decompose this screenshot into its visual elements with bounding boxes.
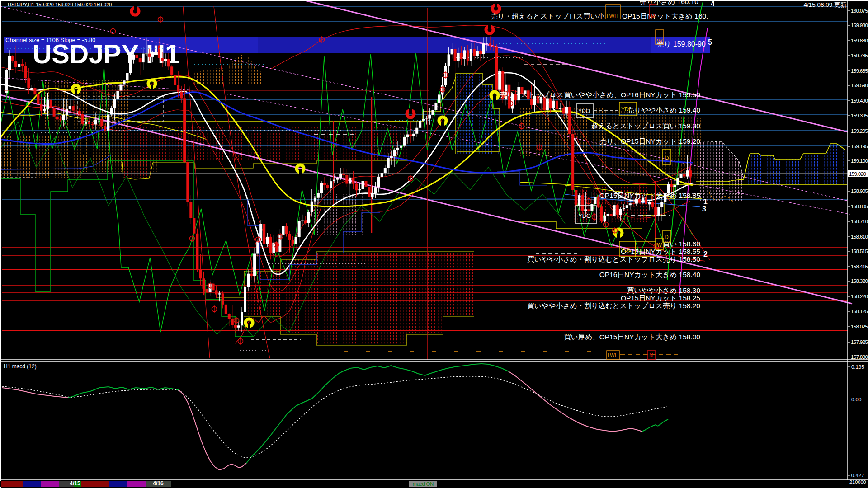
svg-text:超えるとストップロス買い 159.30: 超えるとストップロス買い 159.30 (591, 122, 701, 130)
svg-text:2: 2 (703, 250, 708, 258)
svg-text:158.125: 158.125 (851, 309, 868, 314)
svg-text:YDH: YDH (621, 106, 632, 113)
svg-text:4/16: 4/16 (153, 480, 164, 487)
svg-text:YDC: YDC (578, 212, 590, 219)
svg-text:OP16日NYカット大きめ 158.40: OP16日NYカット大きめ 158.40 (599, 271, 701, 278)
svg-text:158.220: 158.220 (851, 294, 868, 299)
svg-text:買いやや小さめ・割り込むとストップロス売り 158.20: 買いやや小さめ・割り込むとストップロス売り 158.20 (527, 302, 700, 310)
svg-text:160.075: 160.075 (851, 8, 868, 14)
svg-text:159.295: 159.295 (851, 128, 868, 134)
svg-text:macd ON: macd ON (413, 481, 434, 487)
svg-text:USDJPY,H1 159.020 159.020 159: USDJPY,H1 159.020 159.020 159.020 159.02… (8, 2, 112, 7)
svg-text:158.710: 158.710 (851, 219, 868, 224)
svg-text:売りやや小さめ 159.40: 売りやや小さめ 159.40 (627, 106, 700, 114)
svg-text:159.490: 159.490 (851, 98, 868, 103)
svg-text:H1 macd (12): H1 macd (12) (4, 363, 37, 370)
svg-text:OP15日NYカット大きめ 158.85: OP15日NYカット大きめ 158.85 (599, 192, 700, 199)
svg-text:売り・超えるとストップロス買い小: 売り・超えるとストップロス買い小 (491, 12, 604, 20)
svg-text:158.610: 158.610 (851, 234, 868, 239)
svg-text:YDO: YDO (578, 108, 590, 114)
svg-text:D: D (665, 234, 669, 240)
svg-text:3: 3 (702, 205, 706, 213)
svg-text:OP15日NYカット 158.25: OP15日NYカット 158.25 (621, 294, 700, 302)
svg-text:158.805: 158.805 (851, 204, 868, 209)
svg-text:売り小さめ 160.10: 売り小さめ 160.10 (640, 0, 699, 5)
svg-text:158.320: 158.320 (851, 278, 868, 284)
svg-text:159.020: 159.020 (849, 171, 866, 177)
svg-text:159.880: 159.880 (851, 38, 868, 43)
svg-text:LWL: LWL (608, 352, 618, 358)
svg-text:158.415: 158.415 (851, 264, 868, 269)
svg-text:OP15日NYカット 158.55: OP15日NYカット 158.55 (621, 248, 700, 255)
svg-text:159.100: 159.100 (851, 158, 868, 164)
svg-text:158.515: 158.515 (851, 249, 868, 254)
svg-text:159.685: 159.685 (851, 68, 868, 74)
svg-text:157.830: 157.830 (851, 354, 868, 360)
svg-text:買いやや小さめ 158.30: 買いやや小さめ 158.30 (627, 286, 700, 294)
svg-text:M: M (649, 352, 653, 358)
svg-text:4/15: 4/15 (70, 480, 80, 487)
svg-text:157.925: 157.925 (851, 339, 868, 345)
svg-text:W: W (657, 242, 662, 248)
svg-text:ット大きめ 160.: ット大きめ 160. (657, 12, 708, 20)
svg-text:5: 5 (708, 38, 712, 46)
svg-text:買い厚め、OP15日NYカット大きめ 158.00: 買い厚め、OP15日NYカット大きめ 158.00 (564, 333, 701, 341)
svg-text:158.025: 158.025 (851, 324, 868, 329)
svg-text:D: D (665, 155, 669, 161)
svg-text:M: M (651, 13, 656, 19)
svg-text:159.590: 159.590 (851, 83, 868, 88)
svg-text:LWH: LWH (607, 13, 618, 19)
svg-text:-0.427: -0.427 (849, 473, 864, 478)
svg-text:買い 158.60: 買い 158.60 (663, 240, 700, 248)
svg-text:売り・ストップロス買いやや小さめ、OP16日NYカット 15: 売り・ストップロス買いやや小さめ、OP16日NYカット 159.50 (500, 91, 700, 99)
svg-text:YDL: YDL (621, 247, 632, 253)
svg-text:買いやや小さめ・割り込むとストップロス売り 158.50: 買いやや小さめ・割り込むとストップロス売り 158.50 (527, 255, 700, 263)
svg-text:158.905: 158.905 (851, 188, 868, 194)
svg-text:159.980: 159.980 (851, 23, 868, 28)
svg-text:159.395: 159.395 (851, 113, 868, 118)
svg-text:1: 1 (703, 198, 708, 206)
svg-text:4: 4 (711, 0, 715, 8)
svg-text:210000: 210000 (849, 479, 866, 485)
svg-text:売り、OP15日NYカット 159.20: 売り、OP15日NYカット 159.20 (599, 137, 700, 145)
svg-text:159.785: 159.785 (851, 53, 868, 58)
svg-text:0.195: 0.195 (851, 364, 864, 370)
svg-text:0.00: 0.00 (851, 397, 861, 402)
svg-text:4/15 06:09 更新: 4/15 06:09 更新 (803, 1, 846, 8)
svg-text:W: W (657, 38, 663, 44)
svg-text:159.195: 159.195 (851, 144, 868, 149)
